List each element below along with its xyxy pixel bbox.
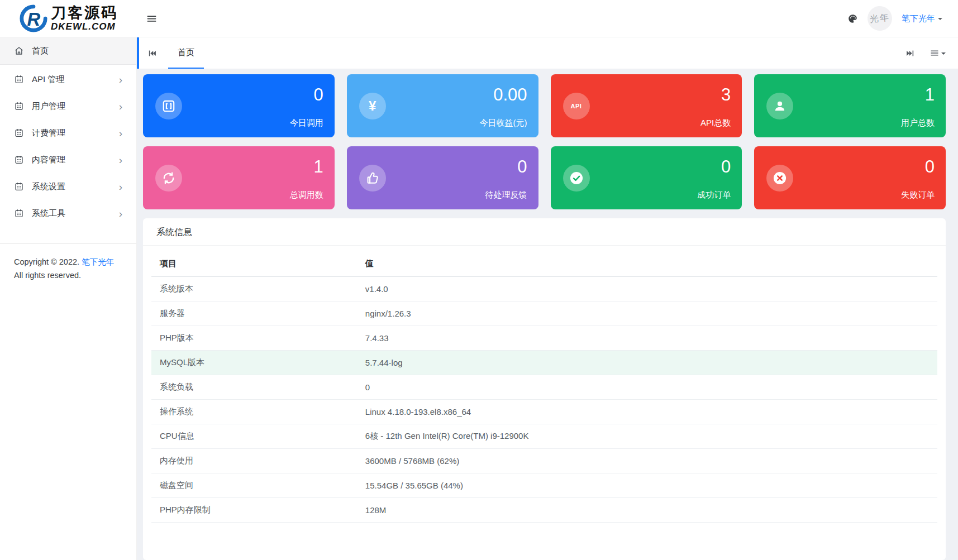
chevron-right-icon: › bbox=[119, 155, 122, 165]
yen-icon: ¥ bbox=[359, 93, 386, 119]
item-cell: 系统版本 bbox=[151, 277, 360, 301]
value-cell: 3600MB / 5768MB (62%) bbox=[360, 449, 937, 473]
top-bar: R 刀客源码 DKEWL.COM 光年 笔下光年 bbox=[0, 0, 958, 37]
sidebar-item-home[interactable]: 首页 bbox=[0, 37, 136, 65]
refresh-icon bbox=[155, 165, 182, 192]
username: 笔下光年 bbox=[902, 13, 935, 24]
copyright-suffix: All rights reserved. bbox=[14, 271, 81, 280]
value-cell: 0 bbox=[360, 375, 937, 400]
thumbs-up-icon bbox=[359, 165, 386, 192]
table-row: 系统负载 0 bbox=[151, 375, 937, 400]
stat-value: 1 bbox=[314, 157, 323, 177]
table-header-row: 项目 值 bbox=[151, 251, 937, 277]
table-row: 系统版本 v1.4.0 bbox=[151, 277, 937, 301]
theme-palette-icon[interactable] bbox=[847, 13, 858, 24]
item-cell: MySQL版本 bbox=[151, 351, 360, 375]
calendar-icon bbox=[14, 101, 24, 111]
chevron-right-icon: › bbox=[119, 208, 122, 219]
sidebar: 首页 API 管理 › bbox=[0, 37, 137, 560]
stat-value: 0 bbox=[517, 157, 527, 177]
value-cell: v1.4.0 bbox=[360, 277, 937, 301]
stat-label: API总数 bbox=[700, 118, 731, 128]
stat-card: API 3 API总数 bbox=[551, 74, 742, 137]
stat-card: 0 待处理反馈 bbox=[347, 146, 538, 209]
stat-label: 今日调用 bbox=[290, 118, 323, 128]
system-info-table: 项目 值 系统版本 v1.4.0 bbox=[151, 251, 937, 523]
item-cell: PHP内存限制 bbox=[151, 498, 360, 523]
chevron-right-icon: › bbox=[119, 101, 122, 112]
stat-label: 总调用数 bbox=[290, 190, 323, 200]
sidebar-item[interactable]: 系统设置 › bbox=[0, 173, 136, 200]
item-cell: 操作系统 bbox=[151, 400, 360, 424]
value-cell: 15.54GB / 35.65GB (44%) bbox=[360, 473, 937, 498]
x-circle-icon bbox=[766, 165, 793, 192]
column-header-value: 值 bbox=[360, 251, 937, 277]
table-row: 磁盘空间 15.54GB / 35.65GB (44%) bbox=[151, 473, 937, 498]
copyright-prefix: Copyright © 2022. bbox=[14, 257, 79, 266]
brand-name: 刀客源码 bbox=[51, 6, 118, 21]
topbar-actions: 光年 笔下光年 bbox=[847, 6, 958, 31]
sidebar-item[interactable]: 计费管理 › bbox=[0, 119, 136, 146]
stat-card: 0 失败订单 bbox=[754, 146, 946, 209]
tabs-scroll-right-icon[interactable] bbox=[905, 49, 915, 58]
stat-value: 0 bbox=[314, 85, 323, 105]
item-cell: 系统负载 bbox=[151, 375, 360, 400]
sidebar-item[interactable]: 用户管理 › bbox=[0, 93, 136, 119]
sidebar-toggle-icon[interactable] bbox=[146, 13, 158, 25]
value-cell: 6核 - 12th Gen Intel(R) Core(TM) i9-12900… bbox=[360, 424, 937, 449]
table-row: MySQL版本 5.7.44-log bbox=[151, 351, 937, 375]
tab-home[interactable]: 首页 bbox=[168, 37, 204, 69]
brand-logo[interactable]: R 刀客源码 DKEWL.COM bbox=[0, 0, 137, 37]
value-cell: 5.7.44-log bbox=[360, 351, 937, 375]
stat-label: 用户总数 bbox=[901, 118, 935, 128]
value-cell: 7.4.33 bbox=[360, 326, 937, 351]
tabs-scroll-left-icon[interactable] bbox=[139, 49, 161, 58]
person-icon bbox=[766, 93, 793, 119]
item-cell: CPU信息 bbox=[151, 424, 360, 449]
item-cell: 服务器 bbox=[151, 301, 360, 326]
stat-cards: 0 今日调用 ¥ 0.00 今日收益(元) API 3 bbox=[143, 74, 946, 209]
sidebar-item[interactable]: 系统工具 › bbox=[0, 200, 136, 227]
value-cell: Linux 4.18.0-193.el8.x86_64 bbox=[360, 400, 937, 424]
stat-label: 今日收益(元) bbox=[480, 118, 527, 128]
sidebar-menu: API 管理 › 用户管理 › bbox=[0, 65, 136, 227]
tab-bar: 首页 bbox=[137, 37, 958, 69]
content: 0 今日调用 ¥ 0.00 今日收益(元) API 3 bbox=[137, 69, 958, 560]
check-circle-icon bbox=[563, 165, 590, 192]
stat-card: 1 总调用数 bbox=[143, 146, 335, 209]
sidebar-item-label: API 管理 bbox=[32, 74, 64, 85]
item-cell: 磁盘空间 bbox=[151, 473, 360, 498]
admin-app: R 刀客源码 DKEWL.COM 光年 笔下光年 bbox=[0, 0, 958, 560]
copyright-link[interactable]: 笔下光年 bbox=[82, 257, 114, 266]
sidebar-item-label: 用户管理 bbox=[32, 101, 65, 112]
sidebar-item[interactable]: API 管理 › bbox=[0, 66, 136, 93]
item-cell: 内存使用 bbox=[151, 449, 360, 473]
brand-domain: DKEWL.COM bbox=[51, 22, 118, 31]
main-area: 首页 bbox=[137, 37, 958, 560]
user-avatar[interactable]: 光年 bbox=[866, 5, 893, 32]
table-row: 操作系统 Linux 4.18.0-193.el8.x86_64 bbox=[151, 400, 937, 424]
stat-value: 3 bbox=[721, 85, 731, 105]
sidebar-item-label: 系统设置 bbox=[32, 181, 65, 192]
chevron-down-icon bbox=[938, 18, 942, 22]
stat-label: 失败订单 bbox=[901, 190, 935, 200]
stat-value: 0.00 bbox=[493, 85, 527, 105]
item-cell: PHP版本 bbox=[151, 326, 360, 351]
value-cell: 128M bbox=[360, 498, 937, 523]
api-brackets-icon bbox=[155, 93, 182, 119]
table-row: CPU信息 6核 - 12th Gen Intel(R) Core(TM) i9… bbox=[151, 424, 937, 449]
chevron-right-icon: › bbox=[119, 74, 122, 85]
sidebar-item[interactable]: 内容管理 › bbox=[0, 146, 136, 173]
calendar-icon bbox=[14, 181, 24, 192]
home-icon bbox=[14, 46, 24, 56]
stat-card: 1 用户总数 bbox=[754, 74, 946, 137]
system-info-panel: 系统信息 项目 值 bbox=[143, 218, 946, 560]
user-menu[interactable]: 笔下光年 bbox=[902, 13, 942, 24]
stat-card: ¥ 0.00 今日收益(元) bbox=[347, 74, 538, 137]
stat-value: 0 bbox=[721, 157, 731, 177]
tabs-options-menu[interactable] bbox=[930, 48, 946, 58]
table-row: 服务器 nginx/1.26.3 bbox=[151, 301, 937, 326]
table-row: PHP版本 7.4.33 bbox=[151, 326, 937, 351]
sidebar-item-label: 内容管理 bbox=[32, 155, 65, 165]
panel-title: 系统信息 bbox=[143, 218, 946, 246]
